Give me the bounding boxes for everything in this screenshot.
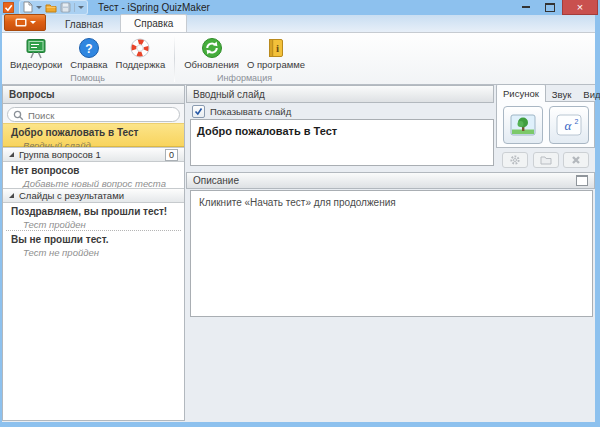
svg-text:?: ? [85,41,92,55]
search-row [3,104,184,125]
list-item-title: Вы не прошли тест. [11,234,184,245]
picture-tab-panel: α2 [496,101,595,148]
group-header-label: Группа вопросов 1 [19,149,101,160]
search-icon [13,110,24,121]
description-text: Кликните «Начать тест» для продолжения [199,197,396,208]
svg-text:i: i [276,42,279,54]
picture-export-button [533,152,559,168]
title-bar: Тест - iSpring QuizMaker × [0,0,600,15]
application-menu-icon [15,18,27,27]
help-label: Справка [70,59,107,70]
minimize-button[interactable] [514,0,538,14]
group-header-result-slides[interactable]: Слайды с результатами [3,188,184,203]
ribbon-group-info-buttons: Обновления i О программе [176,33,313,73]
window-controls: × [514,0,600,15]
formula-icon: α2 [556,114,582,136]
search-box[interactable] [7,107,180,122]
tab-help[interactable]: Справка [120,14,187,32]
support-button[interactable]: Поддержка [112,35,170,73]
list-item-passed-slide[interactable]: Поздравляем, вы прошли тест! Тест пройде… [3,203,184,229]
list-item-title: Добро пожаловать в Тест [11,127,184,138]
slide-title-text: Добро пожаловать в Тест [197,125,487,137]
checkmark-icon [194,107,203,116]
maximize-icon [545,3,555,12]
group-header-question-group[interactable]: Группа вопросов 1 0 [3,147,184,162]
ribbon-group-info-label: Информация [176,73,313,84]
application-menu-caret-icon [30,21,36,24]
tab-picture[interactable]: Рисунок [496,84,546,102]
list-item-title: Нет вопросов [11,165,184,176]
quick-access-toolbar [19,0,88,15]
ribbon-group-help: Видеоуроки ? Справка Поддержка Помощь [2,33,173,84]
help-button[interactable]: ? Справка [66,35,111,73]
minimize-icon [522,3,530,8]
delete-x-icon [570,154,582,166]
app-logo-icon [3,2,14,13]
content-area: Вопросы Добро пожаловать в Тест Вводный … [2,83,595,422]
show-slide-row: Показывать слайд [186,104,494,119]
slide-title-textbox[interactable]: Добро пожаловать в Тест [190,119,494,166]
maximize-button[interactable] [538,0,562,14]
ribbon-group-help-buttons: Видеоуроки ? Справка Поддержка [2,33,173,73]
about-book-icon: i [265,36,287,59]
add-picture-button[interactable] [503,106,543,144]
question-count-badge: 0 [165,149,178,161]
list-item-subtitle: Тест не пройден [23,247,184,258]
expand-description-button[interactable] [576,175,588,186]
qat-separator [74,3,75,12]
picture-settings-button [502,152,528,168]
questions-panel: Вопросы Добро пожаловать в Тест Вводный … [2,85,185,421]
expander-triangle-icon[interactable] [9,193,14,198]
ribbon-group-separator [174,35,175,82]
tab-sound[interactable]: Звук [546,87,577,102]
group-header-label: Слайды с результатами [19,190,124,201]
customize-qat-icon[interactable] [78,6,84,9]
list-item-no-questions[interactable]: Нет вопросов Добавьте новый вопрос теста… [3,162,184,188]
refresh-icon [201,36,223,59]
application-menu-button[interactable] [4,14,46,31]
close-button[interactable]: × [562,0,598,15]
add-formula-button[interactable]: α2 [549,106,589,144]
folder-icon [539,154,553,166]
picture-delete-button [563,152,589,168]
video-tutorials-button[interactable]: Видеоуроки [6,35,66,73]
chalkboard-icon [25,36,47,59]
window-title: Тест - iSpring QuizMaker [98,2,210,13]
list-item-intro-slide[interactable]: Добро пожаловать в Тест Вводный слайд [3,123,184,147]
description-panel-header: Описание [186,172,595,189]
video-tutorials-label: Видеоуроки [10,59,62,70]
new-document-dropdown-icon[interactable] [36,6,42,9]
expander-triangle-icon[interactable] [9,152,14,157]
questions-panel-header: Вопросы [3,86,184,104]
ribbon: Видеоуроки ? Справка Поддержка Помощь [2,32,595,85]
ribbon-tab-strip: Главная Справка [2,15,595,32]
search-input[interactable] [26,108,178,123]
help-question-icon: ? [78,36,100,59]
svg-text:2: 2 [574,117,578,124]
list-item-failed-slide[interactable]: Вы не прошли тест. Тест не пройден [3,231,184,257]
tab-video[interactable]: Видео [577,87,600,102]
show-slide-checkbox[interactable] [192,105,205,118]
list-item-title: Поздравляем, вы прошли тест! [11,206,184,217]
list-item-subtitle: Тест пройден [23,219,184,230]
about-label: О программе [247,59,305,70]
description-textbox[interactable]: Кликните «Начать тест» для продолжения [190,190,593,317]
picture-tree-icon [510,114,536,136]
svg-text:α: α [564,118,572,133]
updates-button[interactable]: Обновления [180,35,243,73]
updates-label: Обновления [184,59,239,70]
ribbon-group-info: Обновления i О программе Информация [176,33,313,84]
about-button[interactable]: i О программе [243,35,309,73]
picture-tools-row [496,151,595,169]
media-tabs: Рисунок Звук Видео [496,85,595,102]
gear-icon [508,154,522,166]
tab-home[interactable]: Главная [52,16,116,32]
ribbon-group-help-label: Помощь [2,73,173,84]
description-header-label: Описание [193,175,239,186]
support-label: Поддержка [116,59,166,70]
show-slide-label: Показывать слайд [210,106,291,117]
intro-slide-panel-header: Вводный слайд [186,85,494,103]
lifebuoy-icon [129,36,151,59]
